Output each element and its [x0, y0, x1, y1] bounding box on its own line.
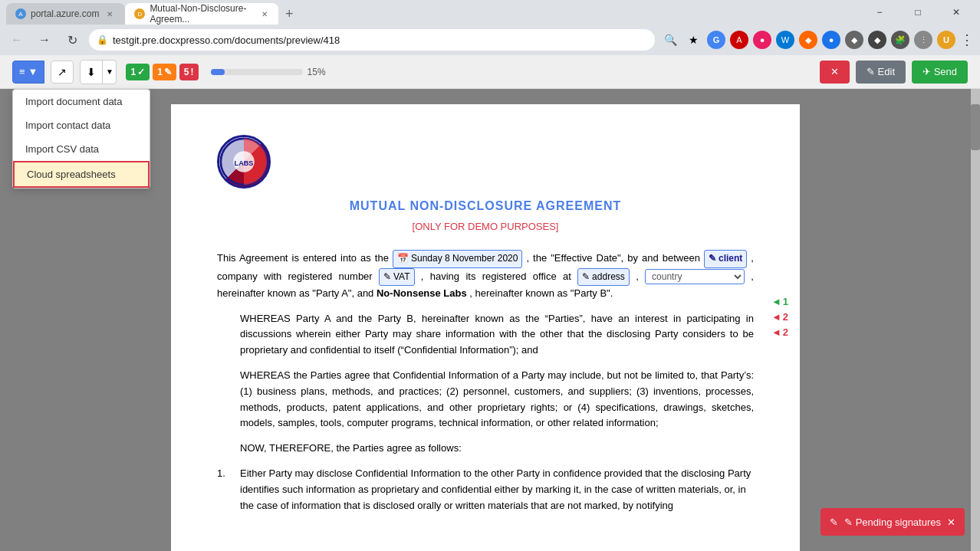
progress-label: 15% — [307, 67, 326, 77]
browser-menu-icon[interactable]: ⋮ — [960, 31, 974, 48]
share-button[interactable]: ↗ — [51, 61, 74, 84]
azure-favicon: A — [15, 8, 26, 19]
scrollbar-right[interactable] — [971, 89, 980, 551]
puzzle-icon[interactable]: 🧩 — [891, 31, 909, 49]
tab-docx-close[interactable]: ✕ — [260, 8, 269, 20]
download-button[interactable]: ⬇ ▼ — [80, 60, 117, 84]
docx-favicon: D — [134, 8, 145, 19]
badge-orange-count: 1 — [157, 67, 163, 77]
whereas-paragraph-1: WHEREAS Party A and the Party B, hereina… — [217, 311, 754, 359]
badge-orange[interactable]: 1 ✎ — [153, 64, 176, 80]
address-label: address — [592, 270, 625, 284]
pending-signatures-close[interactable]: ✕ — [947, 517, 955, 528]
new-tab-button[interactable]: + — [278, 3, 300, 25]
pending-signatures-label: ✎ Pending signatures — [844, 517, 941, 528]
para1-text: This Agreement is entered into as the — [217, 252, 389, 264]
effective-date-value: Sunday 8 November 2020 — [411, 251, 518, 266]
acrobat-icon[interactable]: A — [730, 31, 748, 49]
share-icon: ↗ — [58, 66, 67, 78]
party-b-name: No-Nonsense Labs — [377, 287, 467, 299]
document-subtitle: [ONLY FOR DEMO PURPOSES] — [217, 219, 754, 235]
import-label: ▼ — [28, 66, 38, 77]
address-bar: ← → ↻ 🔒 testgit.pre.docxpresso.com/docum… — [0, 25, 980, 55]
para1d-text: , having its registered office at — [421, 271, 571, 282]
address-field[interactable]: ✎ address — [577, 268, 630, 286]
checkmark-icon: ✓ — [137, 67, 145, 77]
bookmark-icon[interactable]: ★ — [684, 31, 702, 49]
scrollbar-thumb[interactable] — [971, 104, 980, 150]
maximize-button[interactable]: □ — [900, 2, 936, 23]
whereas1-text: WHEREAS Party A and the Party B, hereina… — [240, 313, 754, 356]
vat-field[interactable]: ✎ VAT — [379, 268, 415, 286]
arrow-left-icon-3: ◄ — [771, 325, 781, 341]
svg-text:LABS: LABS — [235, 159, 254, 167]
dropdown-import-csv[interactable]: Import CSV data — [13, 137, 150, 161]
vat-edit-icon: ✎ — [383, 270, 391, 284]
pending-signatures-button[interactable]: ✎ ✎ Pending signatures ✕ — [821, 508, 965, 536]
user-avatar[interactable]: U — [937, 31, 955, 49]
window-controls: − □ ✕ — [862, 2, 974, 23]
annotation-2: ◄2 — [771, 310, 788, 326]
ext4-icon[interactable]: ◆ — [868, 31, 886, 49]
refresh-button[interactable]: ↻ — [61, 29, 83, 51]
document-title: MUTUAL NON-DISCLOSURE AGREEMENT — [217, 196, 754, 216]
edit-badge-icon: ✎ — [164, 67, 172, 77]
badge-green-count: 1 — [130, 67, 136, 77]
client-edit-icon: ✎ — [709, 251, 716, 266]
effective-date-field[interactable]: 📅 Sunday 8 November 2020 — [393, 250, 522, 267]
ext1-icon[interactable]: ◆ — [799, 31, 817, 49]
close-button[interactable]: ✕ — [939, 2, 974, 23]
badge-red-count: 5 — [184, 67, 189, 77]
progress-bar — [211, 69, 303, 75]
search-icon[interactable]: 🔍 — [661, 31, 679, 49]
whereas-paragraph-2: WHEREAS the Parties agree that Confident… — [217, 368, 754, 431]
download-caret[interactable]: ▼ — [102, 61, 116, 84]
edit-button[interactable]: ✎ Edit — [856, 61, 906, 84]
badge-red[interactable]: 5 ! — [179, 64, 199, 80]
tab-azure-close[interactable]: ✕ — [104, 8, 116, 20]
document-page: LABS MUTUAL NON-DISCLOSURE AGREEMENT [ON… — [171, 104, 800, 551]
annotation-3: ◄2 — [771, 325, 788, 341]
google-icon[interactable]: G — [707, 31, 725, 49]
ext3-icon[interactable]: ◆ — [845, 31, 863, 49]
tab-azure[interactable]: A portal.azure.com ✕ — [6, 3, 125, 25]
whereas2-text: WHEREAS the Parties agree that Confident… — [240, 369, 754, 428]
arrow-left-icon-1: ◄ — [771, 294, 781, 310]
import-main-button[interactable]: ≡ ▼ — [12, 61, 44, 84]
country-select[interactable]: country United States United Kingdom Ger… — [645, 269, 745, 284]
import-icon: ≡ — [19, 66, 25, 77]
vat-label: VAT — [393, 270, 410, 284]
calendar-icon: 📅 — [397, 251, 409, 266]
badge-group: 1 ✓ 1 ✎ 5 ! — [126, 64, 198, 80]
chrome-icon[interactable]: ● — [753, 31, 771, 49]
tabs-area: A portal.azure.com ✕ D Mutual-Non-Disclo… — [6, 0, 862, 25]
import-dropdown[interactable]: ≡ ▼ — [12, 61, 44, 84]
menu-icon[interactable]: ⋮ — [914, 31, 932, 49]
url-text: testgit.pre.docxpresso.com/documents/pre… — [113, 34, 647, 46]
client-field[interactable]: ✎ client — [704, 250, 747, 267]
forward-button[interactable]: → — [34, 29, 55, 51]
item-1-text: Either Party may disclose Confidential I… — [240, 466, 754, 513]
dropdown-import-contact[interactable]: Import contact data — [13, 113, 150, 137]
download-main[interactable]: ⬇ — [81, 61, 102, 84]
dropdown-cloud-spreadsheets[interactable]: Cloud spreadsheets — [13, 161, 150, 188]
minimize-button[interactable]: − — [862, 2, 897, 23]
title-bar: A portal.azure.com ✕ D Mutual-Non-Disclo… — [0, 0, 980, 25]
send-button[interactable]: ✈ Send — [912, 61, 968, 84]
lock-icon: 🔒 — [97, 34, 108, 45]
word-icon[interactable]: W — [776, 31, 794, 49]
tab-azure-label: portal.azure.com — [31, 8, 99, 19]
now-therefore: NOW, THEREFORE, the Parties agree as fol… — [217, 441, 754, 457]
back-button[interactable]: ← — [6, 29, 28, 51]
item-1-row: 1. Either Party may disclose Confidentia… — [217, 466, 754, 513]
ext2-icon[interactable]: ● — [822, 31, 840, 49]
paragraph-1: This Agreement is entered into as the 📅 … — [217, 250, 754, 301]
badge-green[interactable]: 1 ✓ — [126, 64, 150, 80]
dropdown-import-doc[interactable]: Import document data — [13, 90, 150, 113]
cancel-button[interactable]: ✕ — [820, 61, 850, 84]
para1b-text: , the "Effective Date", by and between — [526, 252, 699, 264]
annotation-1: ◄1 — [771, 294, 788, 310]
url-bar[interactable]: 🔒 testgit.pre.docxpresso.com/documents/p… — [89, 29, 655, 51]
item-1-number: 1. — [217, 466, 232, 513]
tab-docx[interactable]: D Mutual-Non-Disclosure-Agreem... ✕ — [125, 3, 278, 25]
